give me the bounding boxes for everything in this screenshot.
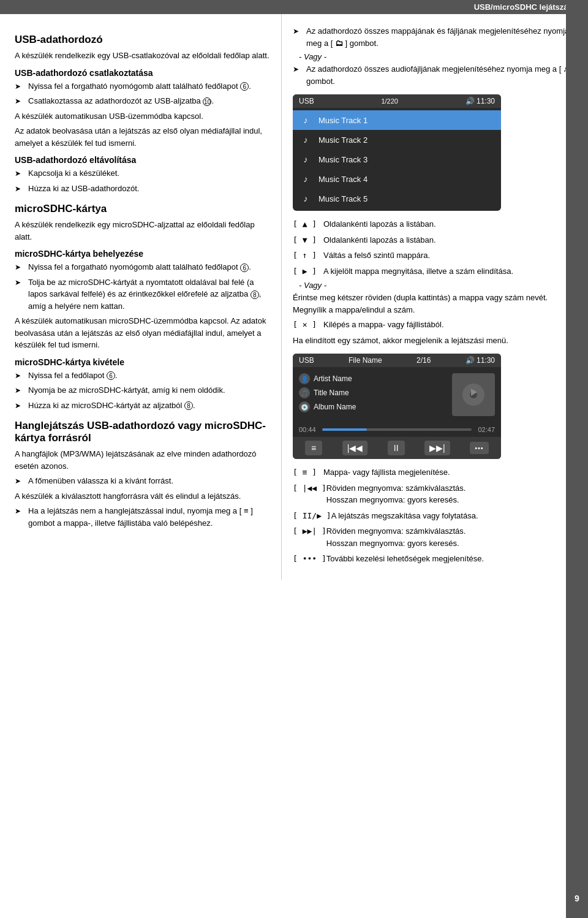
bullet-arrow: ➤ — [15, 183, 26, 194]
bullet-arrow: ➤ — [15, 81, 26, 92]
or-divider2: - Vagy - — [299, 281, 577, 290]
section2-title: USB-adathordozó csatlakoztatása — [15, 68, 270, 78]
track-name: Music Track 2 — [318, 135, 495, 145]
bullet-text: Nyissa fel a forgatható nyomógomb alatt … — [28, 80, 270, 93]
section7-title: Hanglejátszás USB-adathordozó vagy micro… — [15, 420, 270, 444]
np-artist: Artist Name — [314, 374, 352, 383]
bullet-text: Kapcsolja ki a készüléket. — [28, 167, 270, 180]
bullet-arrow: ➤ — [15, 506, 26, 517]
bullet-text: Csatlakoztassa az adathordozót az USB-al… — [28, 95, 270, 107]
next-btn[interactable]: ▶▶| — [424, 441, 450, 455]
bullet-text: Húzza ki az USB-adathordozót. — [28, 183, 270, 195]
bullet-item: ➤ Húzza ki az USB-adathordozót. — [15, 183, 270, 195]
time-elapsed: 00:44 — [299, 426, 318, 433]
section4-intro: A készülék rendelkezik egy microSDHC-alj… — [15, 219, 270, 243]
bullet-text: Húzza ki az microSDHC-kártyát az aljzatb… — [28, 400, 270, 412]
np-body: 👤 Artist Name 🎵 Title Name 💿 Album Name — [293, 367, 501, 422]
playlist-btn[interactable]: ≡ — [305, 441, 322, 455]
bullet-text: Nyissa fel a fedőlapot 6. — [28, 370, 270, 382]
np-album: Album Name — [314, 403, 356, 411]
section1-intro: A készülék rendelkezik egy USB-csatlakoz… — [15, 50, 270, 62]
track-name: Music Track 1 — [318, 116, 495, 125]
bullet-item: ➤ Az adathordozó összes mappájának és fá… — [293, 25, 577, 49]
key-bracket: [ ▶▶| ] — [293, 525, 326, 537]
music-note-icon: ♪ — [299, 133, 312, 146]
more-btn[interactable]: ••• — [470, 442, 489, 454]
key-row: [ ▼ ] Oldalankénti lapozás a listában. — [293, 234, 577, 246]
section2-note1: A készülék automatikusan USB-üzemmódba k… — [15, 110, 270, 123]
key-row: [ ≡ ] Mappa- vagy fájllista megjelenítés… — [293, 466, 577, 479]
circle-num: 6 — [240, 264, 249, 272]
circle-num: 8 — [184, 401, 193, 410]
bullet-item: ➤ Ha a lejátszás nem a hanglejátszással … — [15, 505, 270, 529]
key-row: [ ▶▶| ] Röviden megnyomva: számkiválaszt… — [293, 525, 577, 549]
section4-title: microSDHC-kártya — [15, 203, 270, 215]
music-note-icon: ♪ — [299, 153, 312, 166]
bullet-item: ➤ Húzza ki az microSDHC-kártyát az aljza… — [15, 400, 270, 412]
section6-title: microSDHC-kártya kivétele — [15, 357, 270, 367]
key-row: [ II/▶ ] A lejátszás megszakítása vagy f… — [293, 510, 577, 522]
bullet-item: ➤ Nyomja be az microSDHC-kártyát, amíg k… — [15, 384, 270, 396]
bullet-arrow: ➤ — [15, 370, 26, 381]
np-page: 2/16 — [417, 356, 431, 365]
key-desc: Mappa- vagy fájllista megjelenítése. — [323, 466, 577, 479]
track-item[interactable]: ♪ Music Track 1 — [293, 110, 501, 130]
bullet-text: Nyissa fel a forgatható nyomógomb alatt … — [28, 261, 270, 273]
key-bracket: [ ▲ ] — [293, 218, 323, 230]
circle-num: 10 — [203, 97, 211, 106]
np-artist-field: 👤 Artist Name — [299, 373, 446, 384]
bullet-item: ➤ Csatlakoztassa az adathordozót az USB-… — [15, 95, 270, 107]
artist-icon: 👤 — [299, 373, 310, 384]
bullet-arrow: ➤ — [293, 26, 304, 37]
key-desc: Oldalankénti lapozás a listában. — [323, 234, 577, 246]
section7-intro: A hangfájlok (MP3/WMA) lejátszásának az … — [15, 448, 270, 472]
prev-btn[interactable]: |◀◀ — [342, 441, 368, 455]
bullet-item: ➤ Nyissa fel a fedőlapot 6. — [15, 370, 270, 382]
track-item[interactable]: ♪ Music Track 4 — [293, 169, 501, 189]
key-desc: A lejátszás megszakítása vagy folytatása… — [331, 510, 577, 522]
section1-title: USB-adathordozó — [15, 34, 270, 46]
screen-header: USB 1/220 🔊 11:30 — [293, 94, 501, 108]
screen-mockup-nowplaying: USB File Name 2/16 🔊 11:30 👤 Artist Name… — [293, 354, 501, 459]
play-pause-btn[interactable]: II — [388, 441, 405, 455]
bullet-text: Ha a lejátszás nem a hanglejátszással in… — [28, 505, 270, 529]
album-art-icon — [461, 382, 486, 407]
music-note-icon: ♪ — [299, 192, 312, 205]
track-item[interactable]: ♪ Music Track 3 — [293, 150, 501, 169]
key-bracket: [ ••• ] — [293, 553, 326, 565]
bullet-arrow: ➤ — [15, 277, 26, 288]
title-icon: 🎵 — [299, 387, 310, 398]
page-header: USB/microSDHC lejátszása — [0, 0, 588, 14]
bullet-text: Az adathordozó összes audiofájljának meg… — [306, 63, 577, 87]
key-desc: Röviden megnyomva: számkiválasztás.Hossz… — [326, 482, 577, 506]
track-item[interactable]: ♪ Music Track 5 — [293, 189, 501, 208]
album-icon: 💿 — [299, 401, 310, 412]
circle-num: 6 — [107, 371, 115, 380]
track-item[interactable]: ♪ Music Track 2 — [293, 130, 501, 150]
np-header: USB File Name 2/16 🔊 11:30 — [293, 354, 501, 367]
header-title: USB/microSDHC lejátszása — [474, 2, 577, 12]
key-row: [ |◀◀ ] Röviden megnyomva: számkiválaszt… — [293, 482, 577, 506]
track-name: Music Track 3 — [318, 155, 495, 164]
bullet-arrow: ➤ — [15, 168, 26, 179]
page-number: 9 — [575, 893, 579, 903]
track-name: Music Track 4 — [318, 175, 495, 184]
key-desc: Kilépés a mappa- vagy fájllistából. — [323, 319, 577, 331]
circle-num: 6 — [240, 82, 249, 91]
np-title: Title Name — [314, 389, 349, 397]
bullet-arrow: ➤ — [15, 476, 26, 487]
bullet-text: Az adathordozó összes mappájának és fájl… — [306, 25, 577, 49]
bullet-text: Nyomja be az microSDHC-kártyát, amíg ki … — [28, 384, 270, 396]
bullet-arrow: ➤ — [15, 262, 26, 273]
or-divider: - Vagy - — [299, 52, 577, 61]
left-column: USB-adathordozó A készülék rendelkezik e… — [0, 14, 282, 580]
key-row: [ ••• ] További kezelési lehetőségek meg… — [293, 553, 577, 565]
key-desc: A kijelölt mappa megnyitása, illetve a s… — [323, 265, 577, 278]
section5-note: A készülék automatikusan microSDHC-üzemm… — [15, 315, 270, 351]
bullet-item: ➤ Nyissa fel a forgatható nyomógomb alat… — [15, 261, 270, 273]
bullet-item: ➤ Tolja be az microSDHC-kártyát a nyomta… — [15, 276, 270, 313]
circle-num: 8 — [251, 290, 259, 299]
progress-fill — [322, 428, 367, 431]
bullet-text: Tolja be az microSDHC-kártyát a nyomtato… — [28, 276, 270, 313]
np-album-field: 💿 Album Name — [299, 401, 446, 412]
